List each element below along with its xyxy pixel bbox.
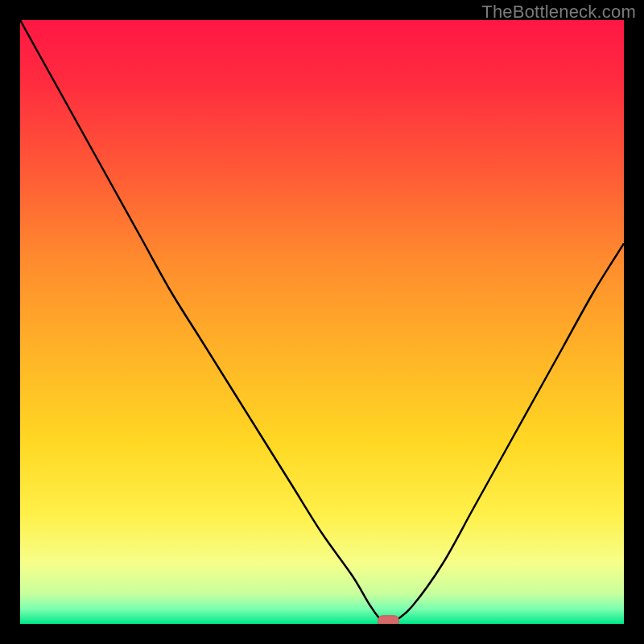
plot-area — [20, 20, 624, 624]
bottleneck-curve-chart — [20, 20, 624, 624]
chart-frame: TheBottleneck.com — [0, 0, 644, 644]
watermark-text: TheBottleneck.com — [481, 2, 636, 23]
optimal-point-marker — [378, 616, 399, 624]
